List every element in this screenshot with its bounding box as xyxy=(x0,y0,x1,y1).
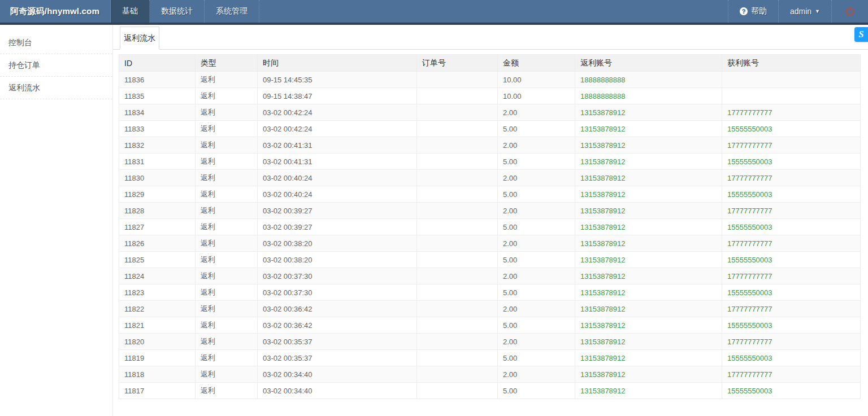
navbar-right: ? 帮助 admin ▼ xyxy=(728,0,868,23)
table-row: 11830返利03-02 00:40:242.00131538789121777… xyxy=(119,170,861,186)
table-row: 11817返利03-02 00:34:405.00131538789121555… xyxy=(119,383,861,399)
sidebar-item-holding-orders[interactable]: 持仓订单 xyxy=(0,54,112,77)
cell-profit-account: 17777777777 xyxy=(722,366,861,383)
account-link[interactable]: 15555550003 xyxy=(727,157,772,166)
navbar-bottom-strip xyxy=(0,23,868,25)
account-link[interactable]: 18888888888 xyxy=(580,92,626,100)
col-header-profit-account: 获利账号 xyxy=(722,55,861,72)
cell-amount: 2.00 xyxy=(498,301,575,317)
account-link[interactable]: 13153878912 xyxy=(580,223,626,231)
help-button[interactable]: ? 帮助 xyxy=(728,0,778,23)
account-link[interactable]: 13153878912 xyxy=(580,288,626,297)
account-link[interactable]: 15555550003 xyxy=(727,321,772,330)
table-row: 11821返利03-02 00:36:425.00131538789121555… xyxy=(119,317,861,334)
cell-type: 返利 xyxy=(196,317,258,334)
account-link[interactable]: 17777777777 xyxy=(727,239,772,248)
account-link[interactable]: 13153878912 xyxy=(580,108,626,117)
cell-profit-account: 17777777777 xyxy=(722,268,861,284)
cell-rebate-account: 13153878912 xyxy=(575,170,722,186)
table-row: 11827返利03-02 00:39:275.00131538789121555… xyxy=(119,219,861,235)
table-row: 11829返利03-02 00:40:245.00131538789121555… xyxy=(119,186,861,203)
account-link[interactable]: 13153878912 xyxy=(580,157,626,166)
cell-id: 11829 xyxy=(119,186,196,203)
account-link[interactable]: 13153878912 xyxy=(580,305,626,313)
cell-type: 返利 xyxy=(196,137,258,154)
account-link[interactable]: 15555550003 xyxy=(727,387,772,395)
table-row: 11832返利03-02 00:41:312.00131538789121777… xyxy=(119,137,861,154)
account-link[interactable]: 15555550003 xyxy=(727,223,772,231)
cell-rebate-account: 13153878912 xyxy=(575,154,722,170)
col-header-type: 类型 xyxy=(196,55,258,72)
account-link[interactable]: 17777777777 xyxy=(727,370,772,379)
cell-profit-account: 15555550003 xyxy=(722,383,861,399)
account-link[interactable]: 17777777777 xyxy=(727,305,772,313)
account-link[interactable]: 17777777777 xyxy=(727,207,772,215)
account-link[interactable]: 13153878912 xyxy=(580,370,626,379)
account-link[interactable]: 15555550003 xyxy=(727,190,772,199)
account-link[interactable]: 13153878912 xyxy=(580,321,626,330)
sidebar-item-rebate-flow[interactable]: 返利流水 xyxy=(0,77,112,99)
cell-rebate-account: 13153878912 xyxy=(575,268,722,284)
cell-order-no xyxy=(417,334,498,350)
account-link[interactable]: 13153878912 xyxy=(580,174,626,182)
logout-button[interactable] xyxy=(831,0,868,23)
cell-type: 返利 xyxy=(196,203,258,219)
cell-order-no xyxy=(417,88,498,104)
cell-order-no xyxy=(417,104,498,121)
account-link[interactable]: 17777777777 xyxy=(727,141,772,150)
account-link[interactable]: 17777777777 xyxy=(727,174,772,182)
cell-type: 返利 xyxy=(196,350,258,366)
cell-time: 03-02 00:35:37 xyxy=(258,350,417,366)
sidebar-item-label: 持仓订单 xyxy=(8,60,40,71)
account-link[interactable]: 17777777777 xyxy=(727,338,772,346)
menu-item-system[interactable]: 系统管理 xyxy=(205,0,259,23)
menu-item-basic[interactable]: 基础 xyxy=(111,0,150,23)
table-row: 11834返利03-02 00:42:242.00131538789121777… xyxy=(119,104,861,121)
cell-amount: 5.00 xyxy=(498,350,575,366)
menu-item-statistics[interactable]: 数据统计 xyxy=(150,0,205,23)
account-link[interactable]: 13153878912 xyxy=(580,141,626,150)
account-link[interactable]: 13153878912 xyxy=(580,272,626,281)
account-link[interactable]: 17777777777 xyxy=(727,108,772,117)
account-link[interactable]: 13153878912 xyxy=(580,207,626,215)
table-row: 11824返利03-02 00:37:302.00131538789121777… xyxy=(119,268,861,284)
cell-time: 03-02 00:34:40 xyxy=(258,366,417,383)
account-link[interactable]: 13153878912 xyxy=(580,256,626,264)
account-link[interactable]: 13153878912 xyxy=(580,190,626,199)
cell-profit-account: 17777777777 xyxy=(722,170,861,186)
cell-time: 09-15 14:38:47 xyxy=(258,88,417,104)
account-link[interactable]: 13153878912 xyxy=(580,387,626,395)
cell-id: 11833 xyxy=(119,121,196,137)
cell-type: 返利 xyxy=(196,104,258,121)
cell-id: 11818 xyxy=(119,366,196,383)
cell-id: 11830 xyxy=(119,170,196,186)
cell-profit-account: 17777777777 xyxy=(722,301,861,317)
cell-amount: 5.00 xyxy=(498,154,575,170)
account-link[interactable]: 15555550003 xyxy=(727,354,772,362)
account-link[interactable]: 18888888888 xyxy=(580,76,626,84)
cell-amount: 5.00 xyxy=(498,186,575,203)
account-link[interactable]: 13153878912 xyxy=(580,338,626,346)
cell-rebate-account: 13153878912 xyxy=(575,334,722,350)
account-link[interactable]: 15555550003 xyxy=(727,256,772,264)
cell-type: 返利 xyxy=(196,170,258,186)
table-header-row: ID 类型 时间 订单号 金额 返利账号 获利账号 xyxy=(119,55,861,72)
account-link[interactable]: 15555550003 xyxy=(727,288,772,297)
cell-amount: 5.00 xyxy=(498,252,575,268)
account-link[interactable]: 15555550003 xyxy=(727,125,772,133)
account-link[interactable]: 13153878912 xyxy=(580,239,626,248)
cell-type: 返利 xyxy=(196,334,258,350)
account-link[interactable]: 17777777777 xyxy=(727,272,772,281)
cell-id: 11823 xyxy=(119,284,196,301)
rebate-table: ID 类型 时间 订单号 金额 返利账号 获利账号 11836返利09-15 1… xyxy=(119,54,861,399)
sidebar-item-console[interactable]: 控制台 xyxy=(0,32,112,54)
cell-id: 11834 xyxy=(119,104,196,121)
corner-theme-button[interactable]: S xyxy=(854,27,868,42)
tab-rebate-flow[interactable]: 返利流水 xyxy=(120,27,159,50)
cell-time: 03-02 00:39:27 xyxy=(258,219,417,235)
cell-time: 03-02 00:42:24 xyxy=(258,121,417,137)
account-link[interactable]: 13153878912 xyxy=(580,354,626,362)
account-link[interactable]: 13153878912 xyxy=(580,125,626,133)
user-dropdown[interactable]: admin ▼ xyxy=(778,0,831,23)
cell-id: 11820 xyxy=(119,334,196,350)
